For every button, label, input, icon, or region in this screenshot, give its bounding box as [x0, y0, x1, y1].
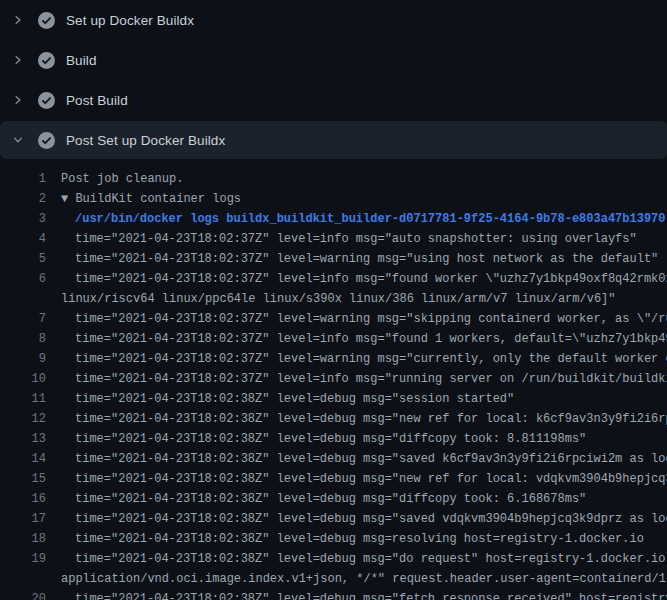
log-command-text: /usr/bin/docker logs buildx_buildkit_bui…: [46, 209, 666, 229]
log-line: 17time="2021-04-23T18:02:38Z" level=debu…: [0, 509, 667, 529]
log-line-number[interactable]: 3: [0, 209, 46, 229]
chevron-right-icon[interactable]: [12, 14, 24, 26]
log-line: 6time="2021-04-23T18:02:37Z" level=info …: [0, 269, 667, 289]
step-row-post-build[interactable]: Post Build: [0, 80, 667, 120]
log-line: 20time="2021-04-23T18:02:38Z" level=debu…: [0, 589, 667, 600]
log-text: time="2021-04-23T18:02:38Z" level=debug …: [46, 489, 586, 509]
log-line-number[interactable]: 8: [0, 329, 46, 349]
log-line-number[interactable]: 7: [0, 309, 46, 329]
log-line: 15time="2021-04-23T18:02:38Z" level=debu…: [0, 469, 667, 489]
log-line: 5time="2021-04-23T18:02:37Z" level=warni…: [0, 249, 667, 269]
log-text: time="2021-04-23T18:02:38Z" level=debug …: [46, 509, 667, 529]
log-text: time="2021-04-23T18:02:37Z" level=info m…: [46, 229, 637, 249]
step-row-set-up-docker-buildx[interactable]: Set up Docker Buildx: [0, 0, 667, 40]
log-text: application/vnd.oci.image.index.v1+json,…: [46, 569, 667, 589]
check-circle-icon: [38, 92, 55, 109]
log-line: linux/riscv64 linux/ppc64le linux/s390x …: [0, 289, 667, 309]
log-line: 14time="2021-04-23T18:02:38Z" level=debu…: [0, 449, 667, 469]
log-line: 11time="2021-04-23T18:02:38Z" level=debu…: [0, 389, 667, 409]
log-line: 18time="2021-04-23T18:02:38Z" level=debu…: [0, 529, 667, 549]
log-line: 7time="2021-04-23T18:02:37Z" level=warni…: [0, 309, 667, 329]
log-group-toggle[interactable]: ▼ BuildKit container logs: [46, 189, 241, 209]
log-text: time="2021-04-23T18:02:37Z" level=info m…: [46, 369, 667, 389]
log-line: 2▼ BuildKit container logs: [0, 189, 667, 209]
log-line-number[interactable]: 10: [0, 369, 46, 389]
log-line-number[interactable]: 5: [0, 249, 46, 269]
log-line: 10time="2021-04-23T18:02:37Z" level=info…: [0, 369, 667, 389]
log-line-number[interactable]: 9: [0, 349, 46, 369]
log-text: time="2021-04-23T18:02:38Z" level=debug …: [46, 429, 586, 449]
log-line: 4time="2021-04-23T18:02:37Z" level=info …: [0, 229, 667, 249]
step-label: Set up Docker Buildx: [66, 13, 194, 28]
log-line-number[interactable]: 14: [0, 449, 46, 469]
log-text: time="2021-04-23T18:02:37Z" level=info m…: [46, 329, 667, 349]
log-text: time="2021-04-23T18:02:38Z" level=debug …: [46, 529, 644, 549]
log-line: 19time="2021-04-23T18:02:38Z" level=debu…: [0, 549, 667, 569]
log-text: time="2021-04-23T18:02:37Z" level=warnin…: [46, 349, 667, 369]
step-list: Set up Docker BuildxBuildPost BuildPost …: [0, 0, 667, 159]
log-line: 3/usr/bin/docker logs buildx_buildkit_bu…: [0, 209, 667, 229]
log-line-number[interactable]: 17: [0, 509, 46, 529]
log-line-number: [0, 289, 46, 309]
chevron-right-icon[interactable]: [12, 94, 24, 106]
log-text: Post job cleanup.: [46, 169, 183, 189]
step-label: Build: [66, 53, 97, 68]
log-line-number[interactable]: 6: [0, 269, 46, 289]
log-line: 8time="2021-04-23T18:02:37Z" level=info …: [0, 329, 667, 349]
check-circle-icon: [38, 132, 55, 149]
check-circle-icon: [38, 52, 55, 69]
log-line: 13time="2021-04-23T18:02:38Z" level=debu…: [0, 429, 667, 449]
log-line-number[interactable]: 12: [0, 409, 46, 429]
log-line: application/vnd.oci.image.index.v1+json,…: [0, 569, 667, 589]
chevron-right-icon[interactable]: [12, 54, 24, 66]
log-line-number[interactable]: 18: [0, 529, 46, 549]
log-line-number[interactable]: 1: [0, 169, 46, 189]
log-text: time="2021-04-23T18:02:38Z" level=debug …: [46, 589, 667, 600]
log-line-number[interactable]: 2: [0, 189, 46, 209]
log-text: time="2021-04-23T18:02:37Z" level=warnin…: [46, 249, 658, 269]
log-line-number[interactable]: 13: [0, 429, 46, 449]
log-text: time="2021-04-23T18:02:37Z" level=info m…: [46, 269, 667, 289]
log-line-number[interactable]: 15: [0, 469, 46, 489]
log-text: time="2021-04-23T18:02:38Z" level=debug …: [46, 449, 667, 469]
log-line-number[interactable]: 11: [0, 389, 46, 409]
chevron-down-icon[interactable]: [12, 134, 24, 146]
actions-log-viewer: Set up Docker BuildxBuildPost BuildPost …: [0, 0, 667, 600]
step-label: Post Build: [66, 93, 128, 108]
log-line-number[interactable]: 19: [0, 549, 46, 569]
log-line-number[interactable]: 16: [0, 489, 46, 509]
log-text: time="2021-04-23T18:02:38Z" level=debug …: [46, 469, 667, 489]
log-line: 16time="2021-04-23T18:02:38Z" level=debu…: [0, 489, 667, 509]
log-text: linux/riscv64 linux/ppc64le linux/s390x …: [46, 289, 616, 309]
log-line-number: [0, 569, 46, 589]
log-line: 12time="2021-04-23T18:02:38Z" level=debu…: [0, 409, 667, 429]
log-text: time="2021-04-23T18:02:38Z" level=debug …: [46, 389, 514, 409]
check-circle-icon: [38, 12, 55, 29]
log-line: 1Post job cleanup.: [0, 169, 667, 189]
log-output: 1Post job cleanup.2▼ BuildKit container …: [0, 160, 667, 600]
log-text: time="2021-04-23T18:02:37Z" level=warnin…: [46, 309, 667, 329]
step-row-build[interactable]: Build: [0, 40, 667, 80]
step-label: Post Set up Docker Buildx: [66, 133, 225, 148]
log-line-number[interactable]: 20: [0, 589, 46, 600]
step-row-post-set-up-docker-buildx[interactable]: Post Set up Docker Buildx: [0, 121, 667, 159]
log-text: time="2021-04-23T18:02:38Z" level=debug …: [46, 409, 667, 429]
log-text: time="2021-04-23T18:02:38Z" level=debug …: [46, 549, 667, 569]
log-line-number[interactable]: 4: [0, 229, 46, 249]
log-line: 9time="2021-04-23T18:02:37Z" level=warni…: [0, 349, 667, 369]
